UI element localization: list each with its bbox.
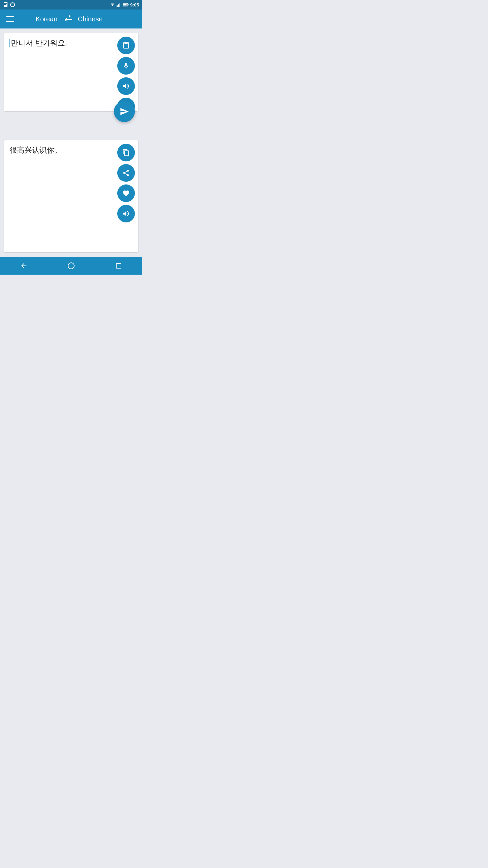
status-bar: 9:05 [0, 0, 142, 9]
target-tts-button[interactable] [117, 205, 135, 222]
time-display: 9:05 [130, 2, 139, 7]
back-button[interactable] [14, 257, 34, 275]
home-icon [68, 262, 75, 269]
battery-icon [123, 3, 129, 7]
language-selector: Korean Chinese [14, 14, 124, 24]
svg-rect-11 [128, 4, 128, 5]
share-icon [122, 169, 130, 177]
recents-button[interactable] [108, 257, 129, 275]
swap-icon [63, 14, 73, 22]
sd-card-icon [3, 2, 8, 7]
swap-languages-button[interactable] [63, 14, 73, 24]
svg-rect-10 [123, 4, 126, 6]
svg-rect-7 [119, 3, 120, 7]
back-icon [20, 262, 27, 270]
menu-button[interactable] [6, 16, 14, 22]
svg-point-12 [68, 263, 74, 269]
text-cursor [9, 39, 10, 47]
heart-icon [122, 190, 130, 197]
status-icons-left [3, 2, 15, 7]
speaker-icon [122, 82, 130, 90]
target-language[interactable]: Chinese [78, 15, 103, 23]
circle-status-icon [10, 2, 15, 7]
target-panel: 很高兴认识你。 [4, 140, 138, 252]
microphone-icon [122, 62, 130, 70]
status-icons-right: 9:05 [110, 2, 139, 7]
target-actions [117, 144, 135, 222]
source-tts-button[interactable] [117, 77, 135, 95]
target-text: 很高兴认识你。 [9, 145, 114, 156]
signal-icon [117, 3, 121, 7]
source-language[interactable]: Korean [36, 15, 58, 23]
favorite-button[interactable] [117, 184, 135, 202]
svg-point-4 [11, 3, 15, 7]
svg-rect-5 [117, 5, 118, 7]
svg-rect-8 [121, 3, 121, 7]
home-button[interactable] [61, 257, 81, 275]
svg-rect-3 [6, 3, 7, 4]
svg-rect-2 [5, 3, 6, 5]
svg-rect-1 [4, 3, 5, 5]
source-panel[interactable]: 만나서 반가워요. [4, 33, 138, 111]
translate-button[interactable] [114, 101, 135, 122]
wifi-icon [110, 3, 115, 7]
bottom-nav [0, 257, 142, 275]
share-button[interactable] [117, 164, 135, 182]
copy-icon [122, 149, 130, 156]
recents-icon [116, 263, 122, 269]
toolbar: Korean Chinese [0, 9, 142, 28]
paste-button[interactable] [117, 37, 135, 54]
main-content: 만나서 반가워요. [0, 28, 142, 257]
send-icon [120, 107, 129, 116]
speaker2-icon [122, 210, 130, 217]
svg-rect-13 [116, 263, 121, 268]
copy-button[interactable] [117, 144, 135, 161]
source-text: 만나서 반가워요. [9, 38, 114, 48]
clipboard-icon [122, 42, 130, 49]
svg-rect-6 [118, 4, 119, 7]
source-panel-wrapper: 만나서 반가워요. [4, 33, 138, 130]
microphone-button[interactable] [117, 57, 135, 75]
